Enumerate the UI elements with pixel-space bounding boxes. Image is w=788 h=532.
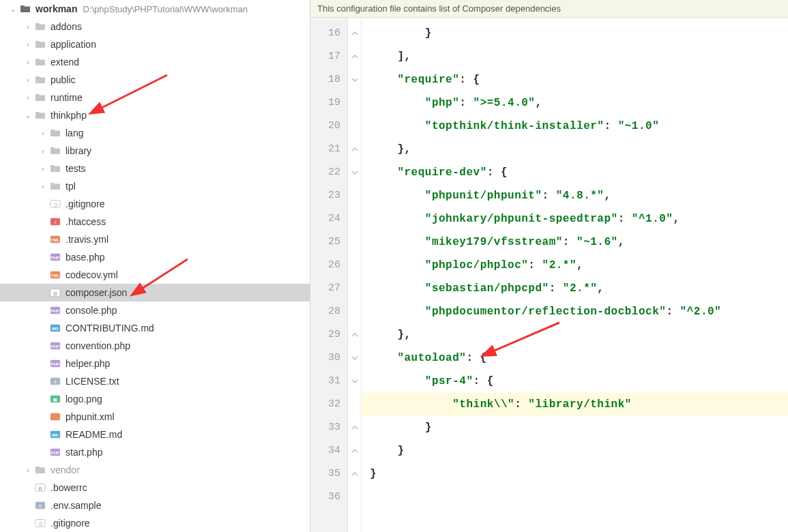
code-area[interactable]: 1617181920212223242526272829303132333435… (310, 18, 788, 532)
chevron-right-icon[interactable]: › (23, 22, 33, 31)
code-line[interactable]: "php": ">=5.4.0", (370, 91, 788, 115)
code-line[interactable]: "phploc/phploc": "2.*", (370, 254, 788, 277)
code-line[interactable]: } (370, 462, 788, 486)
tree-item[interactable]: / .htaccess (0, 213, 310, 231)
tree-item[interactable]: ›public (0, 71, 310, 89)
tree-item-label: CONTRIBUTING.md (65, 323, 154, 334)
tree-item[interactable]: YML codecov.yml (0, 266, 310, 284)
fold-close-icon[interactable] (348, 323, 361, 346)
project-tree[interactable]: ⌄workmanD:\phpStudy\PHPTutorial\WWW\work… (0, 0, 310, 532)
chevron-right-icon[interactable]: › (38, 181, 48, 191)
folder-icon (49, 127, 61, 139)
tree-item[interactable]: phpunit.xml (0, 408, 310, 426)
tree-item[interactable]: ⌄workmanD:\phpStudy\PHPTutorial\WWW\work… (0, 0, 310, 18)
tree-item-label: thinkphp (50, 110, 87, 121)
file-img-icon: ▣ (49, 393, 61, 405)
fold-open-icon[interactable] (348, 346, 361, 370)
tree-item[interactable]: ›tpl (0, 177, 310, 195)
fold-close-icon[interactable] (348, 439, 361, 462)
tree-item[interactable]: YML .travis.yml (0, 231, 310, 248)
tree-item-label: lang (65, 128, 83, 138)
tree-item[interactable]: ▣ logo.png (0, 390, 310, 408)
tree-item-label: codecov.yml (65, 269, 118, 280)
fold-open-icon[interactable] (348, 68, 361, 91)
fold-close-icon[interactable] (348, 462, 361, 486)
code-line[interactable]: "mikey179/vfsstream": "~1.6", (370, 231, 788, 254)
fold-spacer (348, 91, 361, 115)
chevron-right-icon[interactable]: › (23, 465, 33, 475)
chevron-down-icon[interactable]: ⌄ (8, 4, 18, 14)
code-line[interactable]: ], (370, 45, 788, 68)
fold-close-icon[interactable] (348, 45, 361, 68)
tree-item-label: .travis.yml (65, 234, 108, 245)
tree-item[interactable]: PHP helper.php (0, 355, 310, 372)
line-number: 35 (310, 462, 347, 486)
chevron-right-icon[interactable]: › (23, 57, 33, 67)
file-yml-icon: YML (49, 269, 61, 281)
tree-item[interactable]: ›library (0, 142, 310, 160)
fold-close-icon[interactable] (348, 138, 361, 161)
chevron-right-icon[interactable]: › (38, 164, 48, 173)
tree-item[interactable]: ›runtime (0, 89, 310, 106)
fold-column[interactable] (348, 18, 362, 532)
code-line[interactable]: "psr-4": { (370, 370, 788, 393)
code-line[interactable]: "require": { (370, 68, 788, 91)
code-line[interactable] (370, 486, 788, 509)
tree-item[interactable]: ›tests (0, 160, 310, 177)
chevron-down-icon[interactable]: ⌄ (23, 110, 33, 120)
tree-item[interactable]: PHP console.php (0, 301, 310, 319)
chevron-right-icon[interactable]: › (23, 40, 33, 49)
tree-item[interactable]: ›lang (0, 124, 310, 142)
tree-item[interactable]: ⌄thinkphp (0, 106, 310, 124)
code-line[interactable]: "johnkary/phpunit-speedtrap": "^1.0", (370, 207, 788, 231)
tree-item[interactable]: ≡ LICENSE.txt (0, 372, 310, 390)
code-line[interactable]: "autoload": { (370, 346, 788, 370)
code-line[interactable]: "require-dev": { (370, 161, 788, 184)
tree-item[interactable]: MD README.md (0, 426, 310, 443)
fold-close-icon[interactable] (348, 416, 361, 439)
svg-rect-24 (50, 413, 60, 421)
code-content[interactable]: } ], "require": { "php": ">=5.4.0", "top… (362, 18, 788, 532)
tree-item[interactable]: PHP convention.php (0, 337, 310, 355)
fold-spacer (348, 300, 361, 323)
fold-open-icon[interactable] (348, 370, 361, 393)
tree-item[interactable]: ›application (0, 35, 310, 53)
tree-item-label: .bowerrc (50, 482, 87, 493)
code-line[interactable]: "think\\": "library/think" (362, 393, 788, 416)
fold-spacer (348, 393, 361, 416)
chevron-right-icon[interactable]: › (38, 146, 48, 156)
tree-item[interactable]: {} composer.json (0, 284, 310, 301)
tree-item-label: convention.php (65, 340, 130, 351)
code-line[interactable]: "phpdocumentor/reflection-docblock": "^2… (370, 300, 788, 323)
line-number: 27 (310, 277, 347, 300)
tree-item[interactable]: PHP start.php (0, 443, 310, 461)
tree-item[interactable]: ›addons (0, 18, 310, 35)
code-line[interactable]: } (370, 439, 788, 462)
tree-item[interactable]: ≡ .env.sample (0, 497, 310, 514)
chevron-right-icon[interactable]: › (23, 75, 33, 85)
tree-item[interactable]: MD CONTRIBUTING.md (0, 319, 310, 337)
tree-item[interactable]: PHP base.php (0, 248, 310, 266)
code-line[interactable]: } (370, 22, 788, 45)
tree-item-label: public (50, 74, 76, 85)
file-php-icon: PHP (49, 251, 61, 263)
chevron-right-icon[interactable]: › (23, 93, 33, 102)
tree-item[interactable]: {} .bowerrc (0, 479, 310, 497)
tree-item[interactable]: ◌ .gitignore (0, 195, 310, 213)
code-line[interactable]: } (370, 416, 788, 439)
tree-item[interactable]: ›vendor (0, 461, 310, 479)
line-number: 22 (310, 161, 347, 184)
code-line[interactable]: }, (370, 323, 788, 346)
folder-icon (49, 162, 61, 175)
code-line[interactable]: "topthink/think-installer": "~1.0" (370, 115, 788, 138)
tree-item[interactable]: ◌ .gitignore (0, 514, 310, 532)
chevron-right-icon[interactable]: › (38, 128, 48, 138)
tree-item-label: tests (65, 163, 86, 174)
code-line[interactable]: "phpunit/phpunit": "4.8.*", (370, 184, 788, 207)
file-json-icon: {} (34, 482, 46, 494)
code-line[interactable]: }, (370, 138, 788, 161)
fold-open-icon[interactable] (348, 161, 361, 184)
fold-close-icon[interactable] (348, 22, 361, 45)
code-line[interactable]: "sebastian/phpcpd": "2.*", (370, 277, 788, 300)
tree-item[interactable]: ›extend (0, 53, 310, 71)
